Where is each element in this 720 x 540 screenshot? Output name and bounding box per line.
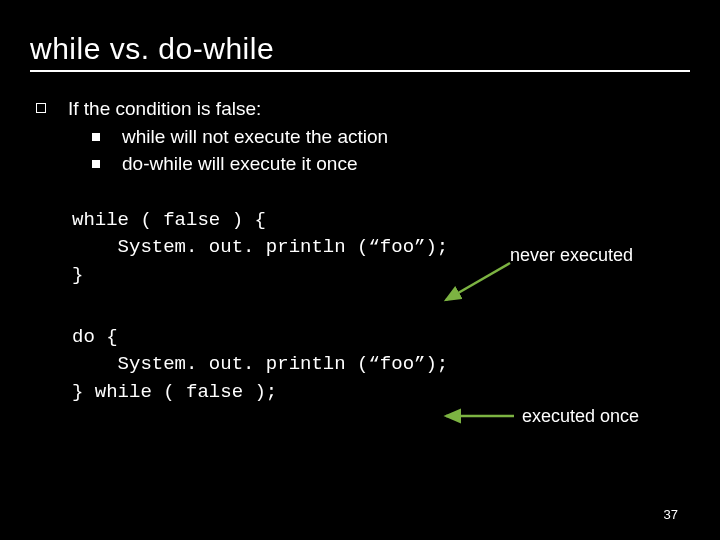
bullet-outline-icon <box>36 103 46 113</box>
bullet-filled-icon <box>92 133 100 141</box>
code-line: System. out. println (“foo”); <box>72 353 448 375</box>
arrow-icon <box>440 258 520 308</box>
list-text: do-while will execute it once <box>122 151 358 177</box>
annotation-never-executed: never executed <box>510 245 633 266</box>
svg-line-0 <box>446 263 510 300</box>
list-item: do-while will execute it once <box>92 151 690 177</box>
list-text: If the condition is false: <box>68 96 261 122</box>
code-line: while ( false ) { <box>72 209 266 231</box>
code-line: System. out. println (“foo”); <box>72 236 448 258</box>
code-line: } <box>72 264 83 286</box>
code-do-while: do { System. out. println (“foo”); } whi… <box>72 324 690 407</box>
slide: while vs. do-while If the condition is f… <box>0 0 720 540</box>
list-item: while will not execute the action <box>92 124 690 150</box>
list-text: while will not execute the action <box>122 124 388 150</box>
arrow-icon <box>440 408 520 424</box>
title-wrap: while vs. do-while <box>30 32 690 72</box>
annotation-executed-once: executed once <box>522 406 639 427</box>
slide-title: while vs. do-while <box>30 32 690 66</box>
list-item: If the condition is false: <box>36 96 690 122</box>
code-line: do { <box>72 326 118 348</box>
code-line: } while ( false ); <box>72 381 277 403</box>
page-number: 37 <box>664 507 678 522</box>
bullet-filled-icon <box>92 160 100 168</box>
